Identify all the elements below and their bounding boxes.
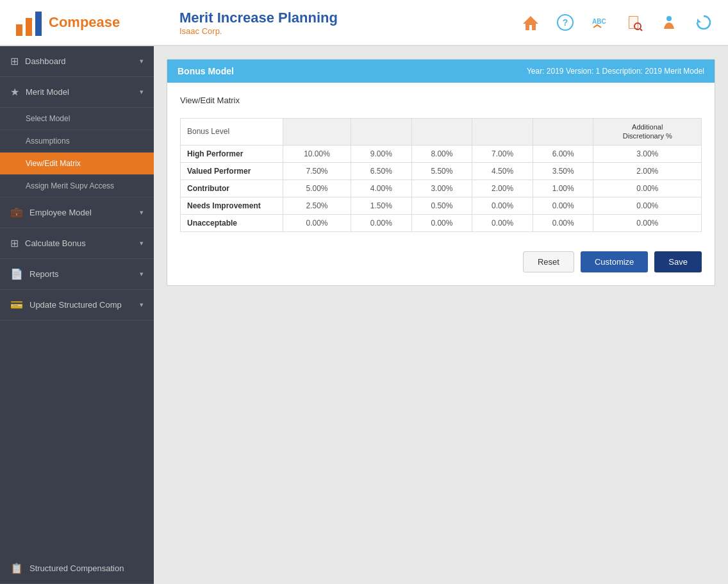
sidebar-label-select-model: Select Model <box>26 114 70 123</box>
cell-1-5[interactable]: 2.00% <box>593 162 702 179</box>
svg-rect-0 <box>16 24 22 36</box>
cell-2-5[interactable]: 0.00% <box>593 179 702 197</box>
page-title: Merit Increase Planning <box>179 10 519 26</box>
cell-3-2[interactable]: 0.50% <box>411 197 472 214</box>
row-label-3: Needs Improvement <box>181 197 283 214</box>
sidebar-item-assumptions[interactable]: Assumptions <box>0 130 154 153</box>
col-header-1 <box>283 119 351 146</box>
cell-3-5[interactable]: 0.00% <box>593 197 702 214</box>
card-title: Bonus Model <box>178 66 234 76</box>
table-row: Contributor5.00%4.00%3.00%2.00%1.00%0.00… <box>181 179 702 197</box>
table-row: High Performer10.00%9.00%8.00%7.00%6.00%… <box>181 145 702 162</box>
save-button[interactable]: Save <box>654 251 702 272</box>
cell-4-2[interactable]: 0.00% <box>411 214 472 231</box>
sidebar-item-calculate-bonus[interactable]: ⊞ Calculate Bonus ▾ <box>0 228 154 259</box>
sidebar-label-update-structured: Update Structured Comp <box>29 300 133 310</box>
merit-model-icon: ★ <box>10 86 19 98</box>
home-icon[interactable] <box>519 11 542 34</box>
app-header: Compease Merit Increase Planning Isaac C… <box>0 0 728 46</box>
card-body: View/Edit Matrix Bonus Level <box>167 83 715 285</box>
cell-0-2[interactable]: 8.00% <box>411 145 472 162</box>
content-area: Bonus Model Year: 2019 Version: 1 Descri… <box>154 46 728 584</box>
refresh-icon[interactable] <box>692 11 715 34</box>
sidebar-item-assign-merit-supv[interactable]: Assign Merit Supv Access <box>0 175 154 197</box>
cell-2-2[interactable]: 3.00% <box>411 179 472 197</box>
cell-4-1[interactable]: 0.00% <box>351 214 412 231</box>
cell-0-3[interactable]: 7.00% <box>472 145 533 162</box>
bonus-level-header: Bonus Level <box>181 119 283 146</box>
update-structured-icon: 💳 <box>10 299 23 311</box>
cell-2-0[interactable]: 5.00% <box>283 179 351 197</box>
header-icons: ? ABC <box>519 11 715 34</box>
cell-1-2[interactable]: 5.50% <box>411 162 472 179</box>
cell-4-5[interactable]: 0.00% <box>593 214 702 231</box>
sidebar-item-update-structured[interactable]: 💳 Update Structured Comp ▾ <box>0 290 154 321</box>
bonus-model-card: Bonus Model Year: 2019 Version: 1 Descri… <box>167 59 715 286</box>
col-header-2 <box>351 119 412 146</box>
customize-button[interactable]: Customize <box>581 251 648 272</box>
sidebar-label-assumptions: Assumptions <box>26 137 70 146</box>
col-header-5 <box>533 119 593 146</box>
reset-button[interactable]: Reset <box>523 251 574 272</box>
cell-3-4[interactable]: 0.00% <box>533 197 593 214</box>
cell-0-1[interactable]: 9.00% <box>351 145 412 162</box>
sidebar-label-structured-comp: Structured Compensation <box>29 563 144 573</box>
cell-3-3[interactable]: 0.00% <box>472 197 533 214</box>
cell-4-0[interactable]: 0.00% <box>283 214 351 231</box>
main-layout: ⊞ Dashboard ▾ ★ Merit Model ▾ Select Mod… <box>0 46 728 584</box>
cell-0-4[interactable]: 6.00% <box>533 145 593 162</box>
button-row: Reset Customize Save <box>180 251 702 272</box>
cell-1-0[interactable]: 7.50% <box>283 162 351 179</box>
cell-0-0[interactable]: 10.00% <box>283 145 351 162</box>
spellcheck-icon[interactable]: ABC <box>588 11 611 34</box>
sidebar-item-employee-model[interactable]: 💼 Employee Model ▾ <box>0 197 154 228</box>
sidebar-label-merit-model: Merit Model <box>26 87 133 97</box>
sidebar-item-select-model[interactable]: Select Model <box>0 108 154 130</box>
row-label-0: High Performer <box>181 145 283 162</box>
table-row: Valued Performer7.50%6.50%5.50%4.50%3.50… <box>181 162 702 179</box>
cell-4-4[interactable]: 0.00% <box>533 214 593 231</box>
cell-2-3[interactable]: 2.00% <box>472 179 533 197</box>
svg-line-10 <box>640 29 642 31</box>
cell-3-0[interactable]: 2.50% <box>283 197 351 214</box>
card-header: Bonus Model Year: 2019 Version: 1 Descri… <box>167 60 715 83</box>
section-title: View/Edit Matrix <box>180 96 702 105</box>
cell-1-4[interactable]: 3.50% <box>533 162 593 179</box>
table-row: Unacceptable0.00%0.00%0.00%0.00%0.00%0.0… <box>181 214 702 231</box>
book-search-icon[interactable] <box>623 11 646 34</box>
calculate-bonus-icon: ⊞ <box>10 237 19 249</box>
sidebar-label-view-edit-matrix: View/Edit Matrix <box>26 159 81 168</box>
chevron-down-icon: ▾ <box>140 301 144 309</box>
col-header-additional: Additional Discretionary % <box>593 119 702 146</box>
sidebar-item-dashboard[interactable]: ⊞ Dashboard ▾ <box>0 46 154 77</box>
sidebar-label-calculate-bonus: Calculate Bonus <box>25 238 133 248</box>
cell-4-3[interactable]: 0.00% <box>472 214 533 231</box>
person-icon[interactable] <box>658 11 681 34</box>
logo-graphic <box>13 6 45 38</box>
chevron-down-icon: ▾ <box>140 88 144 96</box>
chevron-down-icon: ▾ <box>140 239 144 247</box>
col-header-4 <box>472 119 533 146</box>
sidebar-item-structured-comp[interactable]: 📋 Structured Compensation <box>0 553 154 584</box>
row-label-2: Contributor <box>181 179 283 197</box>
help-icon[interactable]: ? <box>554 11 577 34</box>
logo-area: Compease <box>13 6 167 38</box>
svg-rect-1 <box>26 18 32 36</box>
sidebar-item-reports[interactable]: 📄 Reports ▾ <box>0 259 154 290</box>
cell-2-4[interactable]: 1.00% <box>533 179 593 197</box>
cell-2-1[interactable]: 4.00% <box>351 179 412 197</box>
sidebar-label-reports: Reports <box>29 269 133 279</box>
cell-0-5[interactable]: 3.00% <box>593 145 702 162</box>
chevron-down-icon: ▾ <box>140 270 144 278</box>
sidebar-label-assign-merit-supv: Assign Merit Supv Access <box>26 181 114 190</box>
cell-3-1[interactable]: 1.50% <box>351 197 412 214</box>
table-row: Needs Improvement2.50%1.50%0.50%0.00%0.0… <box>181 197 702 214</box>
cell-1-1[interactable]: 6.50% <box>351 162 412 179</box>
sidebar-label-employee-model: Employee Model <box>29 208 133 217</box>
svg-text:ABC: ABC <box>592 18 606 25</box>
card-meta: Year: 2019 Version: 1 Description: 2019 … <box>527 67 704 76</box>
sidebar-item-merit-model[interactable]: ★ Merit Model ▾ <box>0 77 154 108</box>
sidebar-item-view-edit-matrix[interactable]: View/Edit Matrix <box>0 153 154 175</box>
header-title-area: Merit Increase Planning Isaac Corp. <box>167 10 519 36</box>
cell-1-3[interactable]: 4.50% <box>472 162 533 179</box>
